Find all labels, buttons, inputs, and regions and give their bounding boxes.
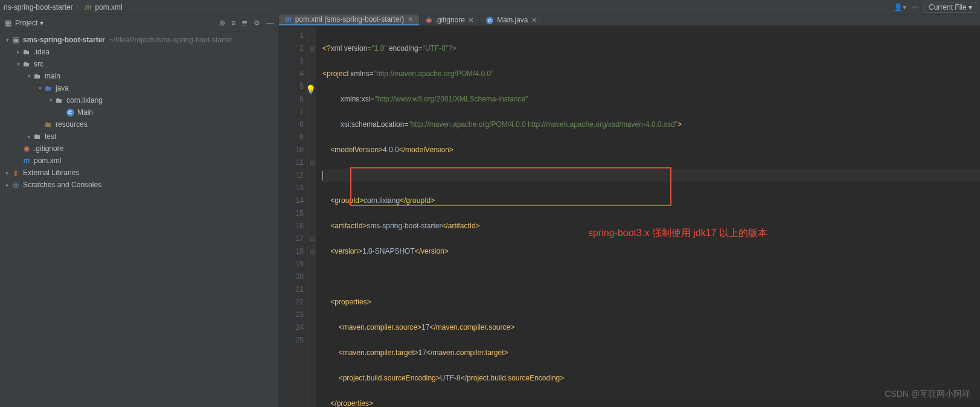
chevron-right-icon: 〉 <box>75 2 83 12</box>
back-icon[interactable]: ⤺ <box>912 3 918 11</box>
run-config-selector[interactable]: Current File ▾ <box>924 2 976 13</box>
tab-pom[interactable]: mpom.xml (sms-spring-boot-starter)× <box>279 14 420 25</box>
code-editor[interactable]: 1234567891011121314151617181920212223242… <box>279 26 980 407</box>
breadcrumb-item[interactable]: pom.xml <box>95 3 122 11</box>
tree-external-libs[interactable]: ▸⫼External Libraries <box>0 167 278 179</box>
close-icon[interactable]: × <box>408 14 412 24</box>
hide-icon[interactable]: — <box>266 19 274 27</box>
editor-tabs: mpom.xml (sms-spring-boot-starter)× ◉.gi… <box>279 14 980 26</box>
close-icon[interactable]: × <box>531 15 536 25</box>
tree-gitignore[interactable]: ◉.gitignore <box>0 143 278 155</box>
expand-all-icon[interactable]: ≡ <box>231 19 235 27</box>
tab-mainjava[interactable]: CMain.java× <box>480 14 543 25</box>
project-tree[interactable]: ▾▣sms-spring-boot-starter ~/IdeaProjects… <box>0 31 278 193</box>
collapse-all-icon[interactable]: ≣ <box>242 19 248 27</box>
editor-area: mpom.xml (sms-spring-boot-starter)× ◉.gi… <box>279 14 980 407</box>
tab-gitignore[interactable]: ◉.gitignore× <box>420 14 481 25</box>
java-icon: C <box>486 16 493 25</box>
tree-folder-idea[interactable]: ▸🖿.idea <box>0 46 278 58</box>
tree-package[interactable]: ▾🖿com.lixiang <box>0 94 278 106</box>
code-content[interactable]: <?xml version="1.0" encoding="UTF-8"?> <… <box>316 26 980 407</box>
breadcrumb-item[interactable]: ns-spring-boot-starter <box>4 3 73 11</box>
tree-pom[interactable]: mpom.xml <box>0 155 278 167</box>
close-icon[interactable]: × <box>469 15 473 25</box>
fold-gutter[interactable]: ⊟⊟⊟⊟ <box>308 26 316 407</box>
tree-folder-resources[interactable]: 🖿resources <box>0 118 278 130</box>
select-opened-icon[interactable]: ⊕ <box>219 19 225 27</box>
watermark: CSDN @互联网小阿祥 <box>885 389 970 400</box>
tree-folder-test[interactable]: ▸🖿test <box>0 130 278 143</box>
git-icon: ◉ <box>426 16 432 24</box>
annotation-text: spring-boot3.x 强制使用 jdk17 以上的版本 <box>588 226 767 239</box>
project-icon: ▦ <box>5 19 11 27</box>
tree-scratches[interactable]: ▸◎Scratches and Consoles <box>0 179 278 191</box>
sidebar-header: ▦ Project ▾ ⊕ ≡ ≣ ⚙ — <box>0 14 278 31</box>
maven-icon: m <box>285 15 292 24</box>
maven-icon: m <box>85 3 92 11</box>
tree-folder-main[interactable]: ▾🖿main <box>0 70 278 82</box>
tree-root[interactable]: ▾▣sms-spring-boot-starter ~/IdeaProjects… <box>0 34 278 46</box>
tree-folder-java[interactable]: ▾🖿java <box>0 82 278 94</box>
top-toolbar: ns-spring-boot-starter 〉 m pom.xml 👤▾ ⤺ … <box>0 0 980 14</box>
tree-folder-src[interactable]: ▾🖿src <box>0 58 278 70</box>
text-caret <box>322 171 323 181</box>
line-gutter: 1234567891011121314151617181920212223242… <box>279 26 308 407</box>
sidebar-title[interactable]: Project ▾ <box>15 19 219 27</box>
user-icon[interactable]: 👤▾ <box>894 3 906 11</box>
toolbar-right: 👤▾ ⤺ Current File ▾ <box>894 2 976 13</box>
breadcrumb: ns-spring-boot-starter 〉 m pom.xml <box>4 2 123 12</box>
settings-icon[interactable]: ⚙ <box>254 19 260 27</box>
tree-class-main[interactable]: CMain <box>0 106 278 118</box>
project-sidebar: ▦ Project ▾ ⊕ ≡ ≣ ⚙ — ▾▣sms-spring-boot-… <box>0 14 279 407</box>
intention-bulb-icon[interactable]: 💡 <box>306 85 316 94</box>
highlight-box <box>350 167 671 206</box>
